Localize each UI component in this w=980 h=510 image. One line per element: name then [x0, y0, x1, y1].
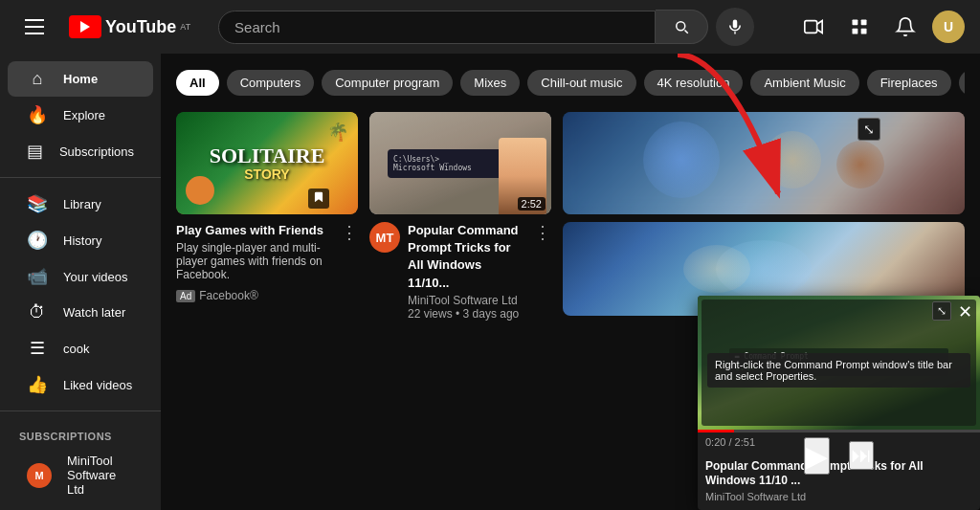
sidebar-label-explore: Explore	[63, 108, 105, 122]
sidebar-item-liked-videos[interactable]: 👍 Liked videos	[8, 366, 153, 403]
chip-mixes[interactable]: Mixes	[460, 70, 520, 96]
mini-channel: MiniTool Software Ltd	[705, 491, 972, 502]
svg-rect-2	[852, 20, 858, 26]
bell-icon	[895, 16, 916, 37]
sidebar-label-watch-later: Watch later	[63, 305, 125, 320]
sidebar-item-your-videos[interactable]: 📹 Your videos	[8, 258, 153, 295]
liked-videos-icon: 👍	[27, 374, 48, 395]
ad-badge-1: Ad Facebook®	[176, 289, 258, 302]
video-title-1: Play Games with Friends	[176, 222, 333, 239]
video-title-2: Popular Command Prompt Tricks for All Wi…	[408, 222, 526, 292]
video-info-1: Play Games with Friends Play single-play…	[176, 222, 358, 303]
mic-button[interactable]	[716, 8, 754, 46]
chip-4k[interactable]: 4K resolution	[644, 70, 744, 96]
ad-tag: Ad	[176, 290, 195, 302]
video-card-2[interactable]: C:\Users\> _ Microsoft Windows 2:52 MT P…	[369, 112, 551, 321]
video-desc-1: Play single-player and multi-player game…	[176, 241, 333, 281]
grid-button[interactable]	[840, 8, 879, 46]
chip-all[interactable]: All	[176, 70, 219, 96]
expand-icon[interactable]: ⤡	[858, 118, 880, 141]
mini-close-button[interactable]: ✕	[958, 301, 972, 322]
video-channel-2: MiniTool Software Ltd	[408, 294, 526, 307]
svg-rect-4	[852, 29, 858, 34]
svg-rect-5	[861, 29, 867, 34]
subscriptions-icon: ▤	[27, 141, 44, 162]
chip-computers[interactable]: Computers	[227, 70, 315, 96]
mini-player-video: ▬ Command Prompt C:\> _ Right-click the …	[698, 296, 980, 430]
more-button-1[interactable]: ⋮	[341, 222, 358, 241]
sidebar-item-library[interactable]: 📚 Library	[8, 186, 153, 222]
sidebar-item-home[interactable]: ⌂ Home	[8, 61, 153, 97]
big-area-container: ⤡	[563, 112, 965, 321]
sidebar-item-cook[interactable]: ☰ cook	[8, 330, 153, 366]
search-bar	[218, 8, 754, 46]
sidebar-label-your-videos: Your videos	[63, 270, 127, 284]
video-meta-2: Popular Command Prompt Tricks for All Wi…	[408, 222, 526, 321]
chip-nature[interactable]: Nature	[959, 70, 965, 96]
mic-icon	[726, 18, 744, 35]
search-input[interactable]	[219, 11, 655, 43]
chip-fireplaces[interactable]: Fireplaces	[867, 70, 951, 96]
sidebar-item-history[interactable]: 🕐 History	[8, 222, 153, 258]
separator-2	[0, 410, 161, 411]
duration-badge-2: 2:52	[518, 197, 546, 211]
watch-later-icon: ⏱	[27, 302, 48, 322]
mini-play-button[interactable]: ▶	[804, 437, 830, 475]
video-card-1[interactable]: SOLITAIRE STORY 🌴 Play Games with Friend…	[176, 112, 358, 321]
sidebar-label-cook: cook	[63, 342, 89, 356]
library-icon: 📚	[27, 193, 48, 214]
progress-bar	[698, 430, 980, 432]
search-button[interactable]	[656, 10, 708, 44]
create-icon	[803, 16, 824, 37]
header: YouTubeAT U	[0, 0, 980, 54]
sidebar-label-minitool: MiniTool Software Ltd	[67, 454, 134, 497]
minitool-avatar: M	[27, 463, 52, 488]
search-input-wrap	[218, 11, 656, 44]
sidebar-label-subscriptions: Subscriptions	[59, 144, 134, 159]
chip-computer-program[interactable]: Computer program	[322, 70, 453, 96]
sidebar-item-minitool[interactable]: M MiniTool Software Ltd	[8, 446, 153, 504]
search-icon	[673, 18, 690, 35]
avatar[interactable]: U	[932, 11, 965, 43]
video-info-2: MT Popular Command Prompt Tricks for All…	[369, 222, 551, 321]
main-content: All Computers Computer program Mixes Chi…	[161, 54, 980, 510]
chip-chill[interactable]: Chill-out music	[527, 70, 635, 96]
save-svg	[312, 190, 325, 204]
mini-expand-button[interactable]: ⤡	[932, 301, 951, 321]
thumbnail-1: SOLITAIRE STORY 🌴	[176, 112, 358, 214]
video-meta-1: Play Games with Friends Play single-play…	[176, 222, 333, 303]
save-icon-1	[308, 188, 329, 209]
subscriptions-title: SUBSCRIPTIONS	[0, 419, 161, 446]
progress-fill	[698, 430, 734, 432]
more-button-2[interactable]: ⋮	[534, 222, 551, 241]
youtube-logo-icon	[69, 15, 101, 38]
explore-icon: 🔥	[27, 104, 48, 125]
sidebar-item-smarter[interactable]: S SmarterEveryDay	[8, 504, 153, 510]
create-button[interactable]	[794, 8, 833, 46]
sidebar-label-library: Library	[63, 197, 101, 211]
svg-rect-3	[861, 20, 867, 26]
your-videos-icon: 📹	[27, 266, 48, 287]
sidebar-item-watch-later[interactable]: ⏱ Watch later	[8, 295, 153, 330]
logo[interactable]: YouTubeAT	[69, 15, 190, 38]
mini-next-button[interactable]: ⏭	[849, 441, 874, 470]
logo-superscript: AT	[180, 22, 190, 32]
svg-rect-1	[805, 21, 817, 33]
sidebar-item-explore[interactable]: 🔥 Explore	[8, 97, 153, 133]
channel-avatar-2: MT	[369, 222, 400, 253]
cook-icon: ☰	[27, 338, 48, 359]
svg-rect-0	[733, 20, 738, 29]
notifications-button[interactable]	[886, 8, 924, 46]
grid-icon	[850, 17, 869, 36]
thumbnail-wrap-1: SOLITAIRE STORY 🌴	[176, 112, 358, 214]
menu-button[interactable]	[15, 8, 54, 46]
sidebar-item-subscriptions[interactable]: ▤ Subscriptions	[8, 133, 153, 169]
header-right: U	[794, 8, 965, 46]
big-thumb	[563, 112, 965, 214]
sidebar-label-home: Home	[63, 72, 98, 86]
mini-player: ▬ Command Prompt C:\> _ Right-click the …	[698, 296, 980, 510]
chip-ambient[interactable]: Ambient Music	[750, 70, 858, 96]
history-icon: 🕐	[27, 230, 48, 251]
separator-1	[0, 177, 161, 178]
filter-chips: All Computers Computer program Mixes Chi…	[176, 69, 965, 97]
